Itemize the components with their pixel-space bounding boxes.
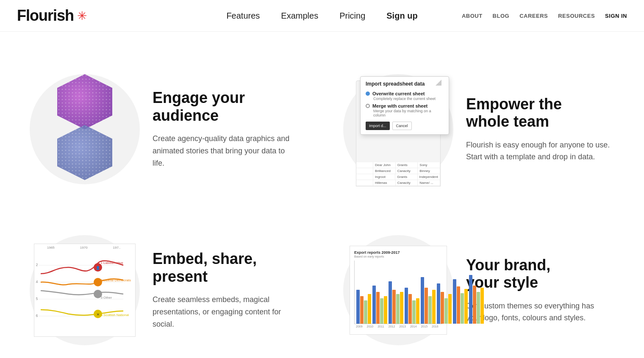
- nav-examples[interactable]: Examples: [281, 11, 318, 21]
- hex-cluster: [42, 74, 127, 184]
- bump-chart-legend: 1 Labour/rative 3 Liberal Democrats 3 Ot…: [100, 261, 131, 317]
- feature-engage: Engage your audience Create agency-quali…: [0, 49, 322, 210]
- bump-chart: 1965 1970 197.. 2 4 5 6: [34, 244, 136, 337]
- main-navigation: Features Examples Pricing Sign up: [226, 11, 417, 21]
- empower-illustration: Dear John Grants Sony Brillianced Canaci…: [347, 70, 449, 189]
- empower-text: Empower the whole team Flourish is easy …: [466, 95, 610, 163]
- brand-text: Your brand, your style Get custom themes…: [466, 256, 610, 324]
- bar-group-8: [469, 275, 484, 324]
- feature-empower: Dear John Grants Sony Brillianced Canaci…: [322, 49, 644, 210]
- sheet-rows: Dear John Grants Sony Brillianced Canaci…: [356, 162, 441, 186]
- empower-body: Flourish is easy enough for anyone to us…: [466, 139, 610, 164]
- feature-brand: Export reports 2009-2017 Based on early …: [322, 210, 644, 358]
- nav-careers[interactable]: CAREERS: [519, 13, 548, 19]
- site-header: Flourish✳ Features Examples Pricing Sign…: [0, 0, 644, 32]
- main-content: Engage your audience Create agency-quali…: [0, 32, 644, 358]
- logo[interactable]: Flourish✳: [17, 7, 87, 25]
- nav-features[interactable]: Features: [226, 11, 260, 21]
- svg-text:6: 6: [36, 314, 38, 318]
- bars-area: [354, 261, 442, 324]
- nav-signin[interactable]: SIGN IN: [605, 13, 627, 19]
- embed-body: Create seamless embeds, magical presenta…: [153, 294, 297, 330]
- nav-blog[interactable]: BLOG: [493, 13, 510, 19]
- radio-overwrite: Overwrite current sheet Completely repla…: [366, 91, 444, 101]
- bump-chart-svg: 2 4 5 6 👤: [34, 244, 153, 337]
- features-grid: Engage your audience Create agency-quali…: [0, 49, 644, 358]
- engage-heading: Engage your audience: [153, 89, 297, 124]
- engage-body: Create agency-quality data graphics and …: [153, 133, 297, 169]
- radio-dot-empty: [366, 104, 370, 108]
- bar-group-1: [356, 290, 371, 324]
- sheet-row-3: Ingroot Grants Independent: [356, 174, 440, 180]
- cancel-button[interactable]: Cancel: [392, 122, 412, 130]
- engage-illustration: [34, 70, 136, 189]
- bar-group-3: [389, 281, 403, 324]
- bar-group-4: [405, 288, 419, 324]
- bar-group-7: [453, 279, 468, 324]
- radio-merge: Merge with current sheet Merge your data…: [366, 103, 444, 117]
- svg-text:✕: ✕: [97, 313, 100, 316]
- hex-top: [57, 74, 112, 129]
- hex-bottom: [57, 125, 112, 180]
- svg-text:👤: 👤: [96, 266, 100, 270]
- nav-resources[interactable]: RESOURCES: [558, 13, 595, 19]
- bar-group-2: [372, 286, 387, 324]
- secondary-navigation: ABOUT BLOG CAREERS RESOURCES SIGN IN: [462, 13, 627, 19]
- x-axis-labels: 2009 2010 2011 2012 2013 2014 2015 2016: [356, 325, 442, 328]
- sheet-row-1: Dear John Grants Sony: [356, 162, 440, 168]
- svg-text:4: 4: [36, 280, 38, 284]
- svg-text:2: 2: [36, 263, 38, 267]
- engage-text: Engage your audience Create agency-quali…: [153, 89, 297, 169]
- svg-text:5: 5: [36, 297, 38, 301]
- dialog-title: Import spreadsheet data: [366, 81, 444, 87]
- embed-illustration: 1965 1970 197.. 2 4 5 6: [34, 231, 136, 350]
- radio-dot-selected: [366, 92, 370, 96]
- embed-text: Embed, share, present Create seamless em…: [153, 250, 297, 330]
- feature-embed: 1965 1970 197.. 2 4 5 6: [0, 210, 322, 358]
- sheet-row-2: Brillianced Canacity Binney: [356, 168, 440, 174]
- brand-heading: Your brand, your style: [466, 256, 610, 291]
- dialog-buttons: Import d... Cancel: [366, 122, 444, 130]
- bar-chart: Export reports 2009-2017 Based on early …: [350, 246, 447, 335]
- bar-group-6: [437, 283, 452, 324]
- spreadsheet-illustration: Dear John Grants Sony Brillianced Canaci…: [352, 72, 445, 186]
- import-button[interactable]: Import d...: [366, 122, 390, 130]
- logo-text: Flourish: [17, 7, 74, 25]
- brand-illustration: Export reports 2009-2017 Based on early …: [347, 231, 449, 350]
- logo-star-icon: ✳: [77, 9, 87, 23]
- sheet-row-4: Hillenas Canacity Name/ ...: [356, 180, 440, 186]
- embed-heading: Embed, share, present: [153, 250, 297, 285]
- nav-signup[interactable]: Sign up: [386, 11, 417, 21]
- bar-group-5: [421, 277, 436, 324]
- brand-body: Get custom themes so everything has your…: [466, 300, 610, 325]
- nav-about[interactable]: ABOUT: [462, 13, 483, 19]
- page-fold-icon: [436, 80, 441, 86]
- empower-heading: Empower the whole team: [466, 95, 610, 130]
- nav-pricing[interactable]: Pricing: [339, 11, 365, 21]
